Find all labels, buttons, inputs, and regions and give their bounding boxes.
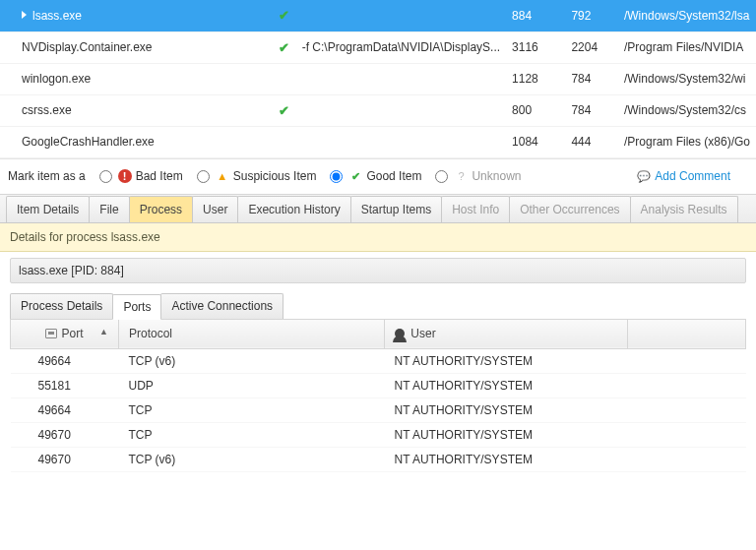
tab-item-details[interactable]: Item Details xyxy=(6,196,90,222)
proc-check xyxy=(273,126,296,157)
port-row[interactable]: 49670TCPNT AUTHORITY/SYSTEM xyxy=(11,422,746,447)
col-protocol[interactable]: Protocol xyxy=(119,319,385,348)
details-strip: Details for process lsass.exe xyxy=(0,223,756,252)
proc-args xyxy=(296,0,506,31)
inner-tab-active-connections[interactable]: Active Connections xyxy=(160,293,284,319)
port-row[interactable]: 49664TCPNT AUTHORITY/SYSTEM xyxy=(11,397,746,422)
plug-icon xyxy=(45,329,57,338)
proc-path: /Windows/System32/wi xyxy=(618,63,756,94)
tab-startup-items[interactable]: Startup Items xyxy=(350,196,442,222)
sort-asc-icon: ▲ xyxy=(99,327,108,336)
port-proto: TCP xyxy=(119,422,385,447)
process-crumb: lsass.exe [PID: 884] xyxy=(10,258,746,283)
warning-icon: ▲ xyxy=(216,169,229,183)
proc-pid: 1128 xyxy=(506,63,565,94)
port-user: NT AUTHORITY/SYSTEM xyxy=(385,447,628,471)
proc-name: winlogon.exe xyxy=(0,63,273,94)
mark-suspicious[interactable]: ▲Suspicious Item xyxy=(197,169,317,183)
col-port[interactable]: Port▲ xyxy=(11,319,119,348)
port-proto: TCP (v6) xyxy=(119,447,385,471)
process-table[interactable]: lsass.exe✔884792/Windows/System32/lsaNVD… xyxy=(0,0,756,158)
proc-args xyxy=(296,63,506,94)
port-value: 49670 xyxy=(11,422,119,447)
tab-host-info: Host Info xyxy=(441,196,510,222)
check-icon: ✔ xyxy=(279,103,289,118)
check-icon: ✔ xyxy=(279,8,289,23)
user-icon xyxy=(395,329,405,338)
proc-args: -f C:\ProgramData\NVIDIA\DisplayS... xyxy=(296,31,506,63)
proc-pid: 1084 xyxy=(506,126,565,157)
col-spare xyxy=(628,319,746,348)
comment-icon: 💬 xyxy=(637,169,651,183)
mark-bad[interactable]: !Bad Item xyxy=(99,169,183,183)
proc-path: /Windows/System32/lsa xyxy=(618,0,756,31)
proc-check xyxy=(273,63,296,94)
process-row[interactable]: winlogon.exe1128784/Windows/System32/wi xyxy=(0,63,756,94)
proc-check: ✔ xyxy=(273,94,296,126)
col-user[interactable]: User xyxy=(385,319,628,348)
port-user: NT AUTHORITY/SYSTEM xyxy=(385,373,628,397)
proc-path: /Program Files/NVIDIA xyxy=(618,31,756,63)
proc-ppid: 792 xyxy=(565,0,618,31)
proc-name: NVDisplay.Container.exe xyxy=(0,31,273,63)
ports-table[interactable]: Port▲ Protocol User 49664TCP (v6)NT AUTH… xyxy=(10,319,746,472)
tab-file[interactable]: File xyxy=(89,196,129,222)
add-comment-link[interactable]: 💬Add Comment xyxy=(637,169,730,183)
proc-check: ✔ xyxy=(273,31,296,63)
check-icon: ✔ xyxy=(279,40,289,55)
proc-ppid: 784 xyxy=(565,63,618,94)
port-value: 55181 xyxy=(11,373,119,397)
process-row[interactable]: GoogleCrashHandler.exe1084444/Program Fi… xyxy=(0,126,756,157)
inner-tab-ports[interactable]: Ports xyxy=(112,294,161,320)
tab-process[interactable]: Process xyxy=(129,196,193,222)
expand-icon xyxy=(22,11,27,19)
proc-ppid: 2204 xyxy=(565,31,618,63)
proc-args xyxy=(296,94,506,126)
proc-pid: 884 xyxy=(506,0,565,31)
port-proto: TCP xyxy=(119,397,385,422)
process-row[interactable]: NVDisplay.Container.exe✔-f C:\ProgramDat… xyxy=(0,31,756,63)
port-user: NT AUTHORITY/SYSTEM xyxy=(385,422,628,447)
port-user: NT AUTHORITY/SYSTEM xyxy=(385,348,628,373)
proc-pid: 800 xyxy=(506,94,565,126)
proc-pid: 3116 xyxy=(506,31,565,63)
proc-ppid: 444 xyxy=(565,126,618,157)
check-icon: ✔ xyxy=(348,169,362,183)
proc-name: lsass.exe xyxy=(0,0,273,31)
tab-analysis-results: Analysis Results xyxy=(630,196,738,222)
mark-unknown[interactable]: ?Unknown xyxy=(435,169,521,183)
inner-tabs: Process DetailsPortsActive Connections xyxy=(10,293,746,320)
proc-name: GoogleCrashHandler.exe xyxy=(0,126,273,157)
port-proto: TCP (v6) xyxy=(119,348,385,373)
tab-execution-history[interactable]: Execution History xyxy=(237,196,350,222)
question-icon: ? xyxy=(454,169,468,183)
proc-check: ✔ xyxy=(273,0,296,31)
port-row[interactable]: 49664TCP (v6)NT AUTHORITY/SYSTEM xyxy=(11,348,746,373)
detail-tabs: Item DetailsFileProcessUserExecution His… xyxy=(0,194,756,223)
tab-other-occurrences: Other Occurrences xyxy=(509,196,630,222)
proc-path: /Program Files (x86)/Go xyxy=(618,126,756,157)
mark-label: Mark item as a xyxy=(8,169,86,183)
mark-bar: Mark item as a !Bad Item ▲Suspicious Ite… xyxy=(0,158,756,194)
port-row[interactable]: 55181UDPNT AUTHORITY/SYSTEM xyxy=(11,373,746,397)
bad-icon: ! xyxy=(118,169,132,183)
process-row[interactable]: csrss.exe✔800784/Windows/System32/cs xyxy=(0,94,756,126)
port-proto: UDP xyxy=(119,373,385,397)
proc-path: /Windows/System32/cs xyxy=(618,94,756,126)
process-row[interactable]: lsass.exe✔884792/Windows/System32/lsa xyxy=(0,0,756,31)
proc-args xyxy=(296,126,506,157)
mark-good[interactable]: ✔Good Item xyxy=(330,169,421,183)
inner-tab-process-details[interactable]: Process Details xyxy=(10,293,113,319)
proc-ppid: 784 xyxy=(565,94,618,126)
port-value: 49670 xyxy=(11,447,119,471)
proc-name: csrss.exe xyxy=(0,94,273,126)
port-value: 49664 xyxy=(11,397,119,422)
port-value: 49664 xyxy=(11,348,119,373)
tab-user[interactable]: User xyxy=(192,196,238,222)
port-user: NT AUTHORITY/SYSTEM xyxy=(385,397,628,422)
port-row[interactable]: 49670TCP (v6)NT AUTHORITY/SYSTEM xyxy=(11,447,746,471)
